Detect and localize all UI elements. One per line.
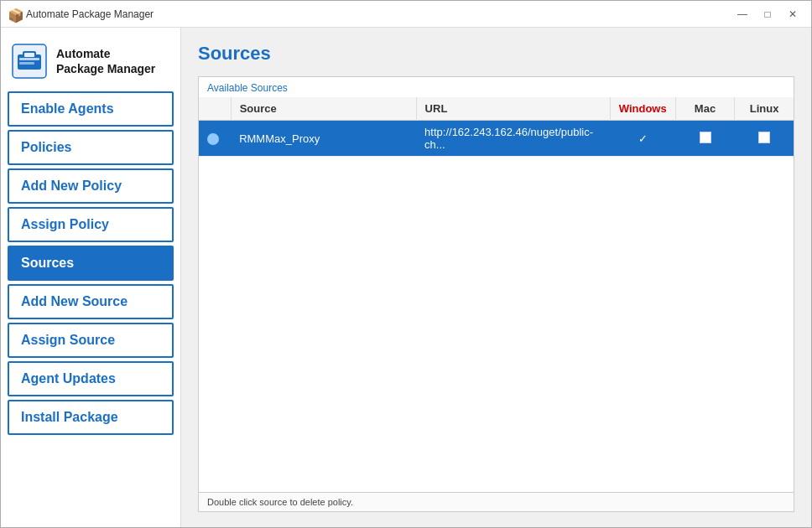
title-bar-text: Automate Package Manager [26,8,731,20]
row-mac [675,121,734,157]
col-header-windows: Windows [610,97,675,121]
app-window: 📦 Automate Package Manager — □ ✕ Automa [0,0,812,528]
sources-table: SourceURLWindowsMacLinux RMMMax_Proxyhtt… [199,97,794,157]
table-header-row: SourceURLWindowsMacLinux [199,97,794,121]
sidebar-item-agent-updates[interactable]: Agent Updates [8,361,174,396]
mac-checkbox [700,132,711,143]
row-status-icon [207,133,219,145]
sidebar-item-add-new-policy[interactable]: Add New Policy [8,168,174,204]
sidebar-item-assign-source[interactable]: Assign Source [8,323,174,358]
panel-label: Available Sources [199,77,794,97]
maximize-button[interactable]: □ [756,5,779,23]
main-content: Sources Available Sources SourceURLWindo… [181,28,811,527]
col-header-icon [199,97,231,121]
row-linux [735,121,794,157]
sidebar-item-assign-policy[interactable]: Assign Policy [8,207,174,242]
title-bar-controls: — □ ✕ [731,5,804,23]
sidebar-app-name: Automate Package Manager [56,46,155,76]
app-icon: 📦 [8,8,21,21]
sources-panel: Available Sources SourceURLWindowsMacLin… [198,76,794,512]
page-title: Sources [198,43,794,65]
sidebar-item-install-package[interactable]: Install Package [8,400,174,435]
col-header-mac: Mac [675,97,734,121]
panel-footer: Double click source to delete policy. [199,492,794,511]
row-source: RMMMax_Proxy [231,121,416,157]
sidebar-nav: Enable AgentsPoliciesAdd New PolicyAssig… [8,91,174,435]
sidebar: Automate Package Manager Enable AgentsPo… [1,28,181,527]
sidebar-item-sources[interactable]: Sources [8,246,174,281]
svg-rect-5 [19,62,34,65]
col-header-linux: Linux [735,97,794,121]
row-url: http://162.243.162.46/nuget/public-ch... [416,121,610,157]
svg-rect-4 [19,58,39,60]
table-row[interactable]: RMMMax_Proxyhttp://162.243.162.46/nuget/… [199,121,794,157]
svg-rect-3 [24,53,34,57]
table-body: RMMMax_Proxyhttp://162.243.162.46/nuget/… [199,121,794,157]
sidebar-item-add-new-source[interactable]: Add New Source [8,284,174,319]
col-header-source: Source [231,97,416,121]
linux-checkbox [758,132,770,143]
table-container[interactable]: SourceURLWindowsMacLinux RMMMax_Proxyhtt… [199,97,794,492]
sidebar-header: Automate Package Manager [8,36,174,91]
app-logo [11,43,48,80]
col-header-url: URL [416,97,610,121]
sidebar-item-enable-agents[interactable]: Enable Agents [8,91,174,127]
windows-check-icon: ✓ [638,132,648,145]
title-bar: 📦 Automate Package Manager — □ ✕ [1,1,811,28]
sidebar-item-policies[interactable]: Policies [8,130,174,165]
minimize-button[interactable]: — [731,5,754,23]
close-button[interactable]: ✕ [781,5,804,23]
app-content: Automate Package Manager Enable AgentsPo… [1,28,811,527]
row-windows: ✓ [610,121,675,157]
